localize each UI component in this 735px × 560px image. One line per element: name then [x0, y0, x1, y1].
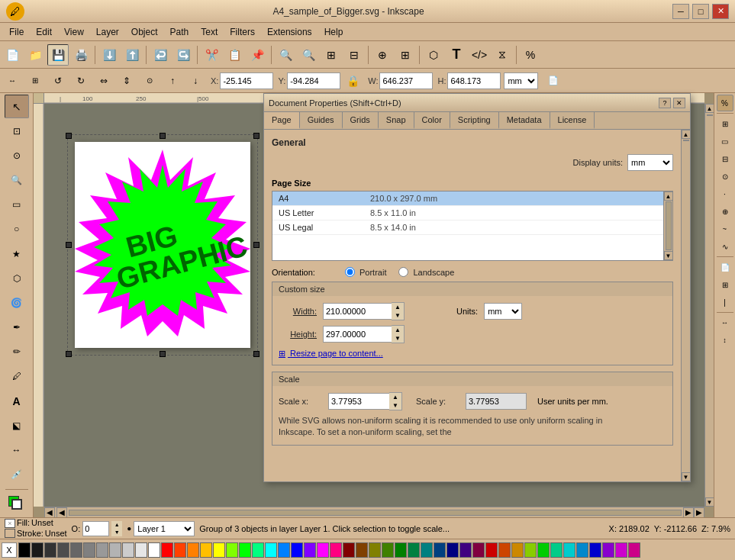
dialog-close-btn[interactable]: ✕: [673, 98, 685, 108]
palette-color-swatch[interactable]: [200, 542, 212, 558]
snap-node-btn[interactable]: ⊙: [717, 168, 733, 185]
menu-edit[interactable]: Edit: [30, 25, 58, 39]
select-all-btn[interactable]: ⊞: [24, 70, 46, 92]
dialog-help-btn[interactable]: ?: [659, 98, 671, 108]
palette-color-swatch[interactable]: [472, 542, 485, 558]
pen-tool[interactable]: ✒: [5, 316, 29, 340]
pencil-tool[interactable]: ✏: [5, 340, 29, 364]
handle-tl[interactable]: [66, 133, 72, 139]
palette-color-swatch[interactable]: [330, 542, 342, 558]
list-scroll-thumb[interactable]: [666, 201, 672, 250]
lock-ratio-btn[interactable]: 🔒: [342, 70, 363, 92]
dialog-scrollbar[interactable]: ▲ ▼: [681, 130, 690, 481]
x-input[interactable]: [220, 72, 273, 89]
lower-btn[interactable]: ↓: [185, 70, 206, 92]
palette-color-swatch[interactable]: [524, 542, 537, 558]
snap-toggle-button[interactable]: %: [520, 44, 541, 66]
portrait-option[interactable]: Portrait: [345, 267, 386, 277]
snap-center-btn[interactable]: ⊕: [717, 203, 733, 220]
snap-bbox-edge-btn[interactable]: ▭: [717, 133, 733, 150]
calligraphy-tool[interactable]: 🖊: [5, 365, 29, 388]
landscape-option[interactable]: Landscape: [398, 267, 454, 277]
menu-layer[interactable]: Layer: [90, 25, 125, 39]
rect-tool[interactable]: ▭: [5, 193, 29, 217]
tab-scripting[interactable]: Scripting: [450, 112, 499, 129]
dropper-tool[interactable]: 💉: [5, 463, 29, 487]
width-input[interactable]: [323, 303, 392, 320]
palette-color-swatch[interactable]: [459, 542, 472, 558]
page-size-a4[interactable]: A4 210.0 x 297.0 mm: [272, 191, 663, 206]
palette-color-swatch[interactable]: [550, 542, 563, 558]
h-input[interactable]: [447, 72, 501, 89]
to-path-btn[interactable]: ⊙: [139, 70, 160, 92]
scroll-right-btn[interactable]: ▶: [694, 507, 704, 518]
custom-units-select[interactable]: mmpxcmin: [484, 303, 522, 320]
redo-button[interactable]: ↪️: [172, 44, 194, 66]
menu-path[interactable]: Path: [164, 25, 195, 39]
palette-color-swatch[interactable]: [278, 542, 290, 558]
scale-y-input[interactable]: [466, 393, 527, 410]
height-input[interactable]: [323, 326, 392, 343]
save-button[interactable]: 💾: [47, 44, 69, 66]
palette-color-swatch[interactable]: [382, 542, 394, 558]
palette-color-swatch[interactable]: [213, 542, 225, 558]
palette-color-swatch[interactable]: [135, 542, 147, 558]
print-button[interactable]: 🖨️: [70, 44, 92, 66]
maximize-button[interactable]: □: [692, 4, 709, 19]
layers-button[interactable]: ⧖: [492, 44, 513, 66]
palette-color-swatch[interactable]: [187, 542, 199, 558]
undo-button[interactable]: ↩️: [150, 44, 171, 66]
flip-h-btn[interactable]: ⇔: [93, 70, 114, 92]
spiral-tool[interactable]: 🌀: [5, 291, 29, 314]
snap-guide-btn[interactable]: |: [717, 294, 733, 311]
palette-color-swatch[interactable]: [511, 542, 524, 558]
palette-color-swatch[interactable]: [148, 542, 160, 558]
text-tool-button[interactable]: T: [446, 44, 467, 66]
minimize-button[interactable]: ─: [672, 4, 689, 19]
scroll-up-btn[interactable]: ▲: [705, 104, 714, 113]
tab-grids[interactable]: Grids: [343, 112, 379, 129]
circle-tool[interactable]: ○: [5, 217, 29, 241]
snap-same-y-btn[interactable]: ↕: [717, 332, 733, 349]
menu-extensions[interactable]: Extensions: [261, 25, 318, 39]
hscroll-thumb[interactable]: [69, 510, 682, 516]
palette-color-swatch[interactable]: [57, 542, 69, 558]
vscrollbar[interactable]: ▲ ▼: [704, 104, 714, 507]
palette-color-swatch[interactable]: [291, 542, 303, 558]
palette-color-swatch[interactable]: [109, 542, 121, 558]
palette-color-swatch[interactable]: [421, 542, 433, 558]
palette-color-swatch[interactable]: [252, 542, 264, 558]
rotate-ccw-btn[interactable]: ↺: [47, 70, 69, 92]
handle-tr[interactable]: [253, 133, 260, 139]
snap-smooth-btn[interactable]: ~: [717, 220, 733, 237]
scroll-right-start-btn[interactable]: ◀: [56, 507, 67, 518]
menu-view[interactable]: View: [58, 25, 90, 39]
raise-btn[interactable]: ↑: [162, 70, 183, 92]
palette-color-swatch[interactable]: [434, 542, 446, 558]
tweak-tool[interactable]: ⊙: [5, 143, 29, 167]
3d-box-tool[interactable]: ⬡: [5, 266, 29, 290]
zoom-fit-button[interactable]: ⊞: [321, 44, 342, 66]
transform-button[interactable]: ⊕: [372, 44, 393, 66]
palette-color-swatch[interactable]: [563, 542, 575, 558]
palette-color-swatch[interactable]: [589, 542, 601, 558]
palette-color-swatch[interactable]: [161, 542, 173, 558]
tab-color[interactable]: Color: [414, 112, 450, 129]
scroll-left-btn[interactable]: ◀: [44, 507, 55, 518]
palette-color-swatch[interactable]: [485, 542, 498, 558]
tab-metadata[interactable]: Metadata: [499, 112, 550, 129]
node-tool[interactable]: ⊡: [5, 119, 29, 143]
rotate-cw-btn[interactable]: ↻: [70, 70, 92, 92]
scale-x-inc-btn[interactable]: ▲: [389, 393, 401, 401]
palette-color-swatch[interactable]: [70, 542, 82, 558]
text-tool[interactable]: A: [5, 389, 29, 413]
zoom-out-button[interactable]: 🔍: [298, 44, 319, 66]
menu-file[interactable]: File: [3, 25, 30, 39]
import-button[interactable]: ⬇️: [98, 44, 120, 66]
snap-bbox-btn[interactable]: ⊞: [717, 115, 733, 132]
page-size-us-letter[interactable]: US Letter 8.5 x 11.0 in: [272, 206, 663, 220]
resize-page-link[interactable]: ⊞ Resize page to content...: [279, 349, 383, 358]
flip-v-btn[interactable]: ⇕: [116, 70, 137, 92]
handle-bm[interactable]: [160, 351, 166, 357]
palette-color-swatch[interactable]: [498, 542, 511, 558]
